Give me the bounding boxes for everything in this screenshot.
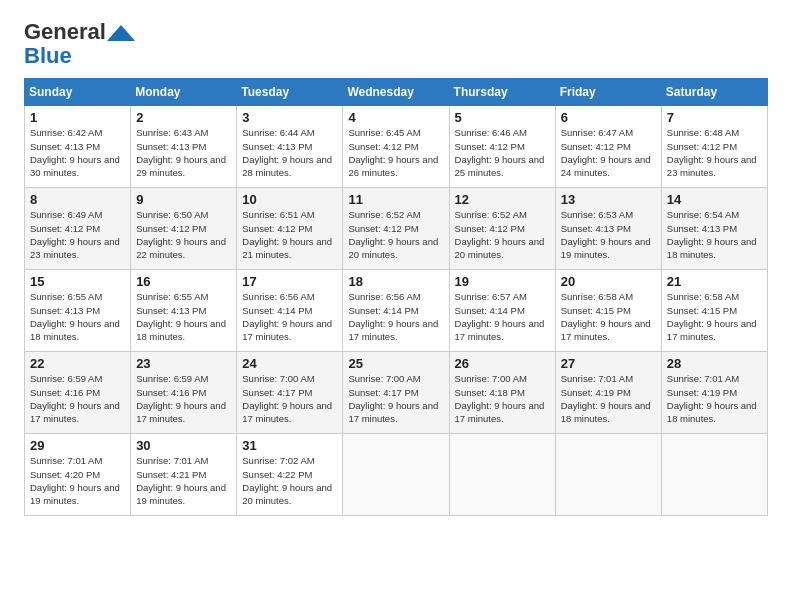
cell-info: Sunrise: 6:51 AMSunset: 4:12 PMDaylight:… [242, 209, 332, 260]
cell-info: Sunrise: 6:52 AMSunset: 4:12 PMDaylight:… [348, 209, 438, 260]
day-number: 3 [242, 110, 337, 125]
day-number: 1 [30, 110, 125, 125]
day-number: 27 [561, 356, 656, 371]
cell-info: Sunrise: 6:58 AMSunset: 4:15 PMDaylight:… [561, 291, 651, 342]
calendar-cell: 13 Sunrise: 6:53 AMSunset: 4:13 PMDaylig… [555, 188, 661, 270]
day-number: 10 [242, 192, 337, 207]
cell-info: Sunrise: 6:58 AMSunset: 4:15 PMDaylight:… [667, 291, 757, 342]
logo: General Blue [24, 20, 136, 68]
day-number: 30 [136, 438, 231, 453]
calendar-cell: 28 Sunrise: 7:01 AMSunset: 4:19 PMDaylig… [661, 352, 767, 434]
calendar-cell [661, 434, 767, 516]
calendar-cell: 17 Sunrise: 6:56 AMSunset: 4:14 PMDaylig… [237, 270, 343, 352]
calendar-cell [343, 434, 449, 516]
day-number: 24 [242, 356, 337, 371]
day-number: 8 [30, 192, 125, 207]
calendar-cell: 18 Sunrise: 6:56 AMSunset: 4:14 PMDaylig… [343, 270, 449, 352]
calendar-cell: 21 Sunrise: 6:58 AMSunset: 4:15 PMDaylig… [661, 270, 767, 352]
column-header-friday: Friday [555, 79, 661, 106]
calendar-cell: 12 Sunrise: 6:52 AMSunset: 4:12 PMDaylig… [449, 188, 555, 270]
cell-info: Sunrise: 6:52 AMSunset: 4:12 PMDaylight:… [455, 209, 545, 260]
cell-info: Sunrise: 7:00 AMSunset: 4:18 PMDaylight:… [455, 373, 545, 424]
calendar-cell: 24 Sunrise: 7:00 AMSunset: 4:17 PMDaylig… [237, 352, 343, 434]
calendar-cell: 5 Sunrise: 6:46 AMSunset: 4:12 PMDayligh… [449, 106, 555, 188]
cell-info: Sunrise: 6:53 AMSunset: 4:13 PMDaylight:… [561, 209, 651, 260]
calendar-cell: 7 Sunrise: 6:48 AMSunset: 4:12 PMDayligh… [661, 106, 767, 188]
column-header-tuesday: Tuesday [237, 79, 343, 106]
cell-info: Sunrise: 6:54 AMSunset: 4:13 PMDaylight:… [667, 209, 757, 260]
calendar-cell: 6 Sunrise: 6:47 AMSunset: 4:12 PMDayligh… [555, 106, 661, 188]
calendar-cell: 29 Sunrise: 7:01 AMSunset: 4:20 PMDaylig… [25, 434, 131, 516]
day-number: 16 [136, 274, 231, 289]
calendar-cell: 8 Sunrise: 6:49 AMSunset: 4:12 PMDayligh… [25, 188, 131, 270]
calendar-week-5: 29 Sunrise: 7:01 AMSunset: 4:20 PMDaylig… [25, 434, 768, 516]
cell-info: Sunrise: 7:01 AMSunset: 4:20 PMDaylight:… [30, 455, 120, 506]
day-number: 11 [348, 192, 443, 207]
day-number: 22 [30, 356, 125, 371]
calendar-cell: 9 Sunrise: 6:50 AMSunset: 4:12 PMDayligh… [131, 188, 237, 270]
day-number: 7 [667, 110, 762, 125]
calendar-cell: 14 Sunrise: 6:54 AMSunset: 4:13 PMDaylig… [661, 188, 767, 270]
calendar-cell: 4 Sunrise: 6:45 AMSunset: 4:12 PMDayligh… [343, 106, 449, 188]
cell-info: Sunrise: 7:00 AMSunset: 4:17 PMDaylight:… [242, 373, 332, 424]
calendar-cell [449, 434, 555, 516]
calendar-cell: 22 Sunrise: 6:59 AMSunset: 4:16 PMDaylig… [25, 352, 131, 434]
logo-text: General Blue [24, 20, 136, 68]
calendar-cell: 10 Sunrise: 6:51 AMSunset: 4:12 PMDaylig… [237, 188, 343, 270]
cell-info: Sunrise: 6:47 AMSunset: 4:12 PMDaylight:… [561, 127, 651, 178]
day-number: 2 [136, 110, 231, 125]
day-number: 28 [667, 356, 762, 371]
cell-info: Sunrise: 6:55 AMSunset: 4:13 PMDaylight:… [30, 291, 120, 342]
day-number: 23 [136, 356, 231, 371]
calendar-table: SundayMondayTuesdayWednesdayThursdayFrid… [24, 78, 768, 516]
cell-info: Sunrise: 6:56 AMSunset: 4:14 PMDaylight:… [242, 291, 332, 342]
cell-info: Sunrise: 7:01 AMSunset: 4:21 PMDaylight:… [136, 455, 226, 506]
calendar-week-1: 1 Sunrise: 6:42 AMSunset: 4:13 PMDayligh… [25, 106, 768, 188]
day-number: 26 [455, 356, 550, 371]
cell-info: Sunrise: 6:44 AMSunset: 4:13 PMDaylight:… [242, 127, 332, 178]
day-number: 15 [30, 274, 125, 289]
column-header-sunday: Sunday [25, 79, 131, 106]
calendar-cell: 3 Sunrise: 6:44 AMSunset: 4:13 PMDayligh… [237, 106, 343, 188]
day-number: 4 [348, 110, 443, 125]
calendar-week-3: 15 Sunrise: 6:55 AMSunset: 4:13 PMDaylig… [25, 270, 768, 352]
calendar-cell: 27 Sunrise: 7:01 AMSunset: 4:19 PMDaylig… [555, 352, 661, 434]
cell-info: Sunrise: 6:59 AMSunset: 4:16 PMDaylight:… [136, 373, 226, 424]
cell-info: Sunrise: 7:00 AMSunset: 4:17 PMDaylight:… [348, 373, 438, 424]
header: General Blue [24, 20, 768, 68]
day-number: 19 [455, 274, 550, 289]
day-number: 14 [667, 192, 762, 207]
calendar-cell: 2 Sunrise: 6:43 AMSunset: 4:13 PMDayligh… [131, 106, 237, 188]
cell-info: Sunrise: 7:01 AMSunset: 4:19 PMDaylight:… [667, 373, 757, 424]
cell-info: Sunrise: 6:59 AMSunset: 4:16 PMDaylight:… [30, 373, 120, 424]
cell-info: Sunrise: 7:02 AMSunset: 4:22 PMDaylight:… [242, 455, 332, 506]
cell-info: Sunrise: 6:46 AMSunset: 4:12 PMDaylight:… [455, 127, 545, 178]
day-number: 29 [30, 438, 125, 453]
calendar-cell: 31 Sunrise: 7:02 AMSunset: 4:22 PMDaylig… [237, 434, 343, 516]
calendar-cell: 15 Sunrise: 6:55 AMSunset: 4:13 PMDaylig… [25, 270, 131, 352]
cell-info: Sunrise: 6:56 AMSunset: 4:14 PMDaylight:… [348, 291, 438, 342]
column-header-thursday: Thursday [449, 79, 555, 106]
cell-info: Sunrise: 6:57 AMSunset: 4:14 PMDaylight:… [455, 291, 545, 342]
cell-info: Sunrise: 7:01 AMSunset: 4:19 PMDaylight:… [561, 373, 651, 424]
cell-info: Sunrise: 6:43 AMSunset: 4:13 PMDaylight:… [136, 127, 226, 178]
calendar-cell: 1 Sunrise: 6:42 AMSunset: 4:13 PMDayligh… [25, 106, 131, 188]
day-number: 25 [348, 356, 443, 371]
calendar-cell [555, 434, 661, 516]
column-header-wednesday: Wednesday [343, 79, 449, 106]
cell-info: Sunrise: 6:55 AMSunset: 4:13 PMDaylight:… [136, 291, 226, 342]
cell-info: Sunrise: 6:50 AMSunset: 4:12 PMDaylight:… [136, 209, 226, 260]
calendar-cell: 23 Sunrise: 6:59 AMSunset: 4:16 PMDaylig… [131, 352, 237, 434]
cell-info: Sunrise: 6:48 AMSunset: 4:12 PMDaylight:… [667, 127, 757, 178]
cell-info: Sunrise: 6:45 AMSunset: 4:12 PMDaylight:… [348, 127, 438, 178]
svg-marker-0 [107, 25, 135, 41]
day-number: 9 [136, 192, 231, 207]
calendar-week-2: 8 Sunrise: 6:49 AMSunset: 4:12 PMDayligh… [25, 188, 768, 270]
day-number: 5 [455, 110, 550, 125]
day-number: 31 [242, 438, 337, 453]
calendar-cell: 30 Sunrise: 7:01 AMSunset: 4:21 PMDaylig… [131, 434, 237, 516]
calendar-cell: 20 Sunrise: 6:58 AMSunset: 4:15 PMDaylig… [555, 270, 661, 352]
day-number: 18 [348, 274, 443, 289]
cell-info: Sunrise: 6:49 AMSunset: 4:12 PMDaylight:… [30, 209, 120, 260]
cell-info: Sunrise: 6:42 AMSunset: 4:13 PMDaylight:… [30, 127, 120, 178]
